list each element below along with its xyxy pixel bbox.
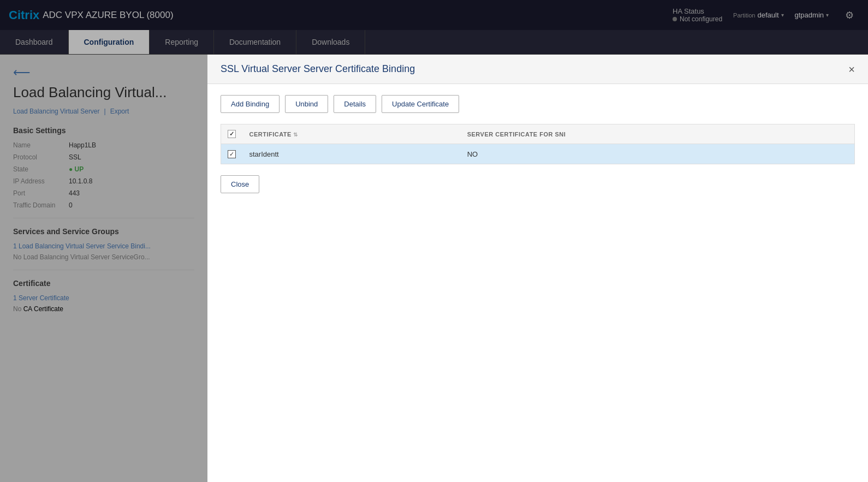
- col-certificate: CERTIFICATE ⇅: [243, 124, 461, 144]
- row-checkbox[interactable]: [228, 150, 236, 158]
- close-btn-row: Close: [221, 175, 855, 193]
- table-header: ✓ CERTIFICATE ⇅ SERVER CERTIFICATE FOR S…: [221, 124, 855, 144]
- table-body: starIdentt NO: [221, 144, 855, 164]
- modal: SSL Virtual Server Server Certificate Bi…: [207, 55, 868, 482]
- row-certificate: starIdentt: [243, 144, 461, 164]
- close-button-bottom[interactable]: Close: [221, 175, 259, 193]
- modal-header: SSL Virtual Server Server Certificate Bi…: [207, 55, 868, 84]
- col-sni-label: SERVER CERTIFICATE FOR SNI: [467, 131, 566, 138]
- sort-icon: ⇅: [293, 132, 298, 138]
- col-sni: SERVER CERTIFICATE FOR SNI: [461, 124, 855, 144]
- add-binding-button[interactable]: Add Binding: [221, 95, 280, 113]
- header-checkbox[interactable]: ✓: [228, 130, 236, 138]
- row-checkbox-cell: [221, 144, 243, 164]
- modal-body: Add Binding Unbind Details Update Certif…: [207, 84, 868, 482]
- modal-title: SSL Virtual Server Server Certificate Bi…: [221, 63, 415, 75]
- row-sni: NO: [461, 144, 855, 164]
- close-button[interactable]: ×: [848, 64, 855, 75]
- unbind-button[interactable]: Unbind: [285, 95, 328, 113]
- col-checkbox: ✓: [221, 124, 243, 144]
- modal-actions: Add Binding Unbind Details Update Certif…: [221, 95, 855, 113]
- col-certificate-label: CERTIFICATE: [249, 131, 292, 138]
- certificate-table: ✓ CERTIFICATE ⇅ SERVER CERTIFICATE FOR S…: [221, 124, 855, 164]
- table-row[interactable]: starIdentt NO: [221, 144, 855, 164]
- update-certificate-button[interactable]: Update Certificate: [382, 95, 459, 113]
- details-button[interactable]: Details: [334, 95, 376, 113]
